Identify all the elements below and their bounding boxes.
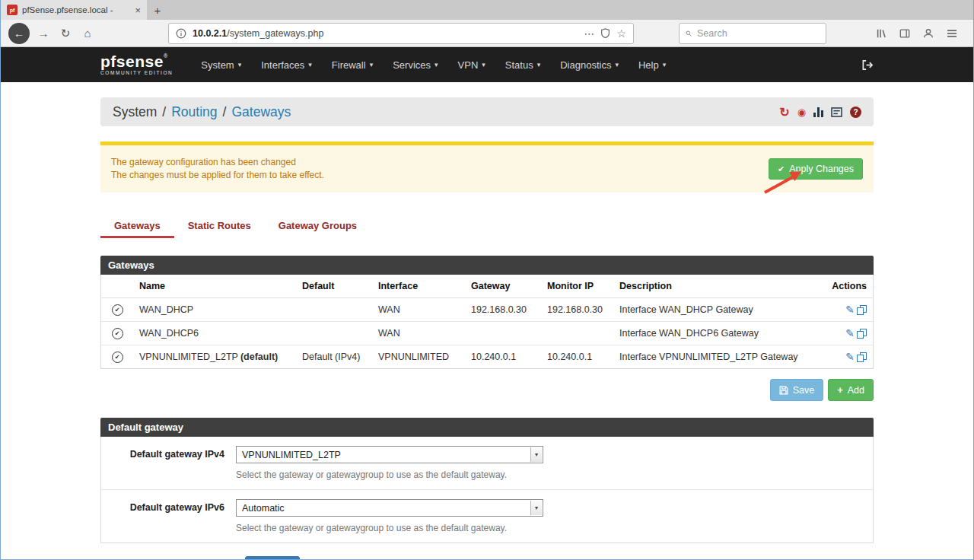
search-input[interactable] xyxy=(697,28,820,39)
breadcrumb: System / Routing / Gateways ↻ ◉ ? xyxy=(100,97,874,126)
back-button[interactable]: ← xyxy=(8,23,30,44)
panel-title: Gateways xyxy=(100,256,874,275)
ipv4-help-text: Select the gateway or gatewaygroup to us… xyxy=(236,469,543,480)
add-button[interactable]: + Add xyxy=(828,379,874,401)
url-text: 10.0.2.1/system_gateways.php xyxy=(193,28,578,39)
account-icon[interactable] xyxy=(923,28,934,39)
table-row: ✔ WAN_DHCP WAN 192.168.0.30 192.168.0.30… xyxy=(101,298,873,322)
chevron-down-icon: ▾ xyxy=(308,61,312,68)
copy-icon[interactable] xyxy=(857,329,867,339)
panel-title: Default gateway xyxy=(100,418,874,437)
tab-gateway-groups[interactable]: Gateway Groups xyxy=(265,214,371,238)
ipv4-label: Default gateway IPv4 xyxy=(101,446,224,480)
form-row-ipv4: Default gateway IPv4 VPNUNLIMITED_L2TP ▾… xyxy=(101,437,873,489)
tab-title: pfSense.pfsense.local - xyxy=(22,5,130,14)
home-button[interactable]: ⌂ xyxy=(79,27,96,40)
gateways-panel: Gateways Name Default Interface Gateway … xyxy=(100,256,874,369)
url-path: /system_gateways.php xyxy=(227,28,323,39)
save-button[interactable]: Save xyxy=(770,379,824,401)
nav-item-diagnostics[interactable]: Diagnostics▾ xyxy=(550,47,629,82)
browser-toolbar: ← → ↻ ⌂ 10.0.2.1/system_gateways.php ⋯ ☆ xyxy=(1,20,973,47)
url-bar[interactable]: 10.0.2.1/system_gateways.php ⋯ ☆ xyxy=(168,23,634,44)
menu-hamburger-icon[interactable] xyxy=(947,29,957,38)
chevron-down-icon: ▾ xyxy=(537,61,541,68)
logo-subtitle: COMMUNITY EDITION xyxy=(100,71,173,76)
alert-message: The gateway configuration has been chang… xyxy=(111,156,324,182)
tracking-shield-icon[interactable] xyxy=(600,28,610,38)
breadcrumb-system: System xyxy=(113,104,157,120)
tab-static-routes[interactable]: Static Routes xyxy=(174,214,265,238)
plus-icon: + xyxy=(837,384,843,396)
refresh-icon[interactable]: ↻ xyxy=(779,105,789,119)
edit-icon[interactable]: ✎ xyxy=(845,351,855,363)
check-icon: ✔ xyxy=(778,164,785,174)
page-actions-icon[interactable]: ⋯ xyxy=(584,27,594,40)
default-gateway-ipv4-select[interactable]: VPNUNLIMITED_L2TP ▾ xyxy=(236,446,543,463)
log-icon[interactable] xyxy=(831,107,842,117)
library-icon[interactable] xyxy=(876,28,886,39)
logout-icon[interactable] xyxy=(861,59,874,71)
sidebar-toggle-icon[interactable] xyxy=(899,28,910,39)
status-circle-icon[interactable]: ◉ xyxy=(797,107,806,118)
table-row: ✔ VPNUNLIMITED_L2TP(default) Default (IP… xyxy=(101,345,873,369)
chevron-down-icon: ▾ xyxy=(663,61,667,68)
monitoring-chart-icon[interactable] xyxy=(813,107,823,117)
pfsense-logo[interactable]: pfsense® COMMUNITY EDITION xyxy=(100,53,173,76)
apply-changes-alert: The gateway configuration has been chang… xyxy=(100,142,874,192)
nav-item-vpn[interactable]: VPN▾ xyxy=(448,47,495,82)
nav-item-status[interactable]: Status▾ xyxy=(495,47,550,82)
default-gateway-ipv6-select[interactable]: Automatic ▾ xyxy=(236,499,543,517)
chevron-down-icon: ▾ xyxy=(530,447,542,462)
page-header-icons: ↻ ◉ ? xyxy=(779,105,861,119)
help-icon[interactable]: ? xyxy=(850,107,861,118)
table-row: ✔ WAN_DHCP6 WAN Interface WAN_DHCP6 Gate… xyxy=(101,322,873,345)
ipv6-help-text: Select the gateway or gatewaygroup to us… xyxy=(236,523,543,533)
chevron-down-icon: ▾ xyxy=(482,61,485,68)
url-host: 10.0.2.1 xyxy=(193,28,227,39)
reload-button[interactable]: ↻ xyxy=(57,27,74,40)
bookmark-star-icon[interactable]: ☆ xyxy=(616,27,626,40)
gateway-enabled-icon: ✔ xyxy=(112,328,123,339)
nav-item-services[interactable]: Services▾ xyxy=(383,47,447,82)
gateways-table: Name Default Interface Gateway Monitor I… xyxy=(101,275,873,368)
table-header-row: Name Default Interface Gateway Monitor I… xyxy=(101,275,873,298)
form-row-ipv6: Default gateway IPv6 Automatic ▾ Select … xyxy=(101,489,873,542)
browser-tab[interactable]: pf pfSense.pfsense.local - × xyxy=(1,0,147,20)
table-action-buttons: Save + Add xyxy=(100,379,874,401)
tab-gateways[interactable]: Gateways xyxy=(100,214,174,238)
nav-item-help[interactable]: Help▾ xyxy=(629,47,676,82)
search-box xyxy=(679,23,826,44)
page-tabs: Gateways Static Routes Gateway Groups xyxy=(100,214,874,238)
chevron-down-icon: ▾ xyxy=(238,61,242,68)
new-tab-button[interactable]: + xyxy=(147,0,168,20)
copy-icon[interactable] xyxy=(857,305,867,315)
chevron-down-icon: ▾ xyxy=(434,61,438,68)
browser-tab-bar: pf pfSense.pfsense.local - × + xyxy=(1,0,973,20)
floppy-icon xyxy=(779,386,788,395)
apply-changes-button[interactable]: ✔ Apply Changes xyxy=(769,158,863,180)
copy-icon[interactable] xyxy=(857,352,867,362)
forward-button[interactable]: → xyxy=(35,27,52,40)
chevron-down-icon: ▾ xyxy=(370,61,374,68)
breadcrumb-gateways-link[interactable]: Gateways xyxy=(231,104,291,120)
chevron-down-icon: ▾ xyxy=(615,61,619,68)
search-icon xyxy=(686,29,692,38)
nav-item-system[interactable]: System▾ xyxy=(191,47,251,82)
tab-close-icon[interactable]: × xyxy=(135,5,141,15)
pfsense-favicon: pf xyxy=(7,5,18,15)
breadcrumb-routing-link[interactable]: Routing xyxy=(171,104,217,120)
edit-icon[interactable]: ✎ xyxy=(845,327,855,339)
save-default-gateway-button[interactable]: Save xyxy=(245,556,300,560)
site-info-icon[interactable] xyxy=(176,28,186,39)
ipv6-label: Default gateway IPv6 xyxy=(101,499,224,533)
nav-item-firewall[interactable]: Firewall▾ xyxy=(322,47,383,82)
gateway-enabled-icon: ✔ xyxy=(112,352,123,363)
gateway-enabled-icon: ✔ xyxy=(112,304,123,316)
chevron-down-icon: ▾ xyxy=(530,501,542,515)
toolbar-icon-group xyxy=(876,28,960,39)
nav-item-interfaces[interactable]: Interfaces▾ xyxy=(251,47,322,82)
pfsense-navbar: pfsense® COMMUNITY EDITION System▾ Inter… xyxy=(1,47,973,82)
edit-icon[interactable]: ✎ xyxy=(845,304,855,316)
default-gateway-panel: Default gateway Default gateway IPv4 VPN… xyxy=(100,418,874,543)
